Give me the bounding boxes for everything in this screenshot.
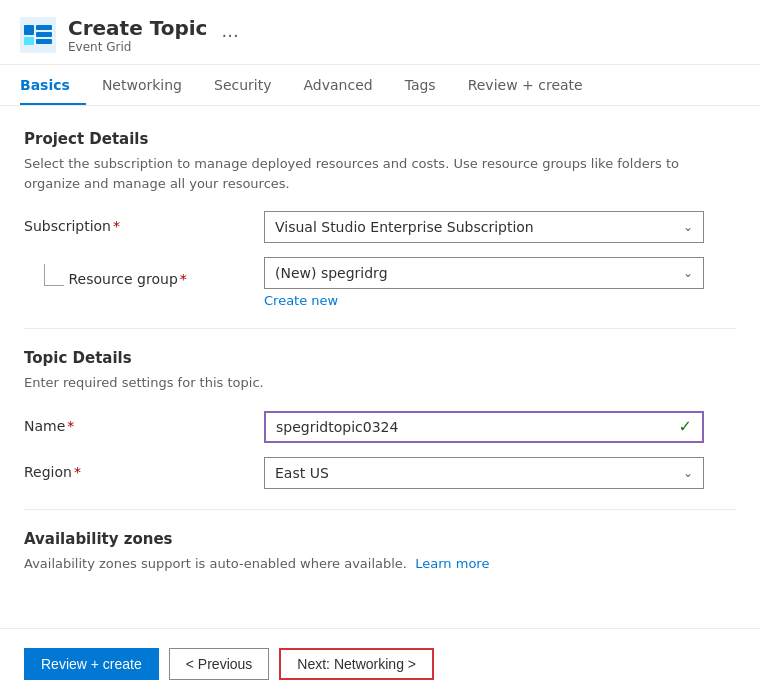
region-row: Region* East US ⌄ (24, 457, 736, 489)
svg-rect-3 (36, 25, 52, 30)
project-details-title: Project Details (24, 130, 736, 148)
footer: Review + create < Previous Next: Network… (0, 628, 760, 698)
region-dropdown[interactable]: East US ⌄ (264, 457, 704, 489)
name-row: Name* spegridtopic0324 ✓ (24, 411, 736, 443)
create-new-link[interactable]: Create new (264, 293, 338, 308)
resource-group-control: (New) spegridrg ⌄ Create new (264, 257, 736, 308)
page-header: Create Topic Event Grid ··· (0, 0, 760, 65)
resource-group-row: Resource group* (New) spegridrg ⌄ Create… (24, 257, 736, 308)
name-input[interactable]: spegridtopic0324 ✓ (264, 411, 704, 443)
tab-networking[interactable]: Networking (86, 65, 198, 105)
svg-rect-4 (36, 32, 52, 37)
tab-security[interactable]: Security (198, 65, 288, 105)
svg-rect-2 (24, 37, 34, 45)
subscription-chevron-icon: ⌄ (683, 220, 693, 234)
main-content: Project Details Select the subscription … (0, 106, 760, 622)
region-chevron-icon: ⌄ (683, 466, 693, 480)
subscription-required: * (113, 218, 120, 234)
region-control: East US ⌄ (264, 457, 736, 489)
project-details-desc: Select the subscription to manage deploy… (24, 154, 736, 193)
page-subtitle: Event Grid (68, 40, 207, 54)
name-required: * (67, 418, 74, 434)
divider-1 (24, 328, 736, 329)
learn-more-link[interactable]: Learn more (415, 556, 489, 571)
resource-group-dropdown[interactable]: (New) spegridrg ⌄ (264, 257, 704, 289)
tab-review-create[interactable]: Review + create (452, 65, 599, 105)
tab-tags[interactable]: Tags (389, 65, 452, 105)
more-options-button[interactable]: ··· (217, 21, 242, 50)
rg-indent: Resource group* (24, 257, 264, 287)
subscription-control: Visual Studio Enterprise Subscription ⌄ (264, 211, 736, 243)
event-grid-icon (20, 17, 56, 53)
region-required: * (74, 464, 81, 480)
topic-details-title: Topic Details (24, 349, 736, 367)
tab-basics[interactable]: Basics (20, 65, 86, 105)
header-text: Create Topic Event Grid (68, 16, 207, 54)
rg-indent-line (44, 264, 64, 286)
subscription-label: Subscription* (24, 211, 264, 234)
svg-rect-5 (36, 39, 52, 44)
svg-rect-1 (24, 25, 34, 35)
availability-desc: Availability zones support is auto-enabl… (24, 554, 736, 574)
topic-details-desc: Enter required settings for this topic. (24, 373, 736, 393)
project-details-section: Project Details Select the subscription … (24, 130, 736, 308)
region-label: Region* (24, 457, 264, 480)
resource-group-label: Resource group* (64, 264, 187, 287)
rg-required: * (180, 271, 187, 287)
availability-section: Availability zones Availability zones su… (24, 530, 736, 574)
subscription-row: Subscription* Visual Studio Enterprise S… (24, 211, 736, 243)
name-control: spegridtopic0324 ✓ (264, 411, 736, 443)
review-create-button[interactable]: Review + create (24, 648, 159, 680)
name-label: Name* (24, 411, 264, 434)
tab-advanced[interactable]: Advanced (288, 65, 389, 105)
availability-title: Availability zones (24, 530, 736, 548)
previous-button[interactable]: < Previous (169, 648, 270, 680)
page-title: Create Topic (68, 16, 207, 40)
rg-chevron-icon: ⌄ (683, 266, 693, 280)
subscription-dropdown[interactable]: Visual Studio Enterprise Subscription ⌄ (264, 211, 704, 243)
divider-2 (24, 509, 736, 510)
tab-bar: Basics Networking Security Advanced Tags… (0, 65, 760, 106)
name-check-icon: ✓ (679, 417, 692, 436)
topic-details-section: Topic Details Enter required settings fo… (24, 349, 736, 489)
next-button[interactable]: Next: Networking > (279, 648, 434, 680)
